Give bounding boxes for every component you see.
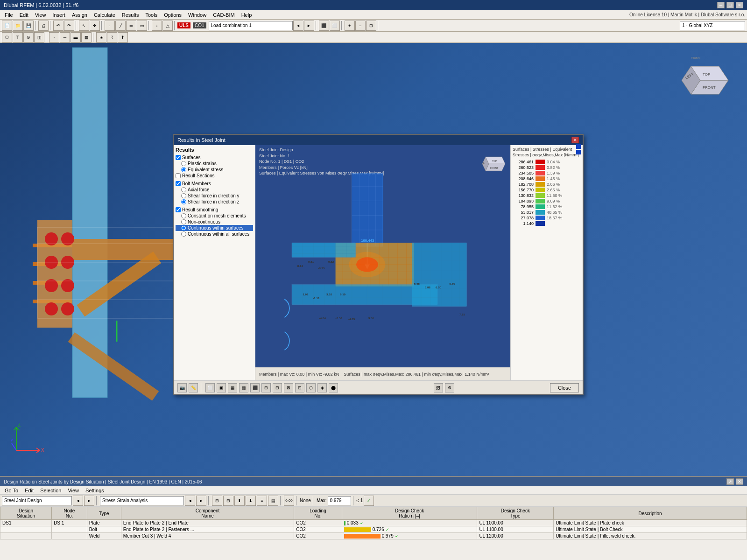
zoom-in-btn[interactable]: + (345, 21, 355, 31)
main-viewport[interactable]: X Z Y FRONT LEFT TOP Dlubal (0, 43, 747, 476)
load-button[interactable]: ↓ (152, 21, 162, 31)
minimize-button[interactable]: ─ (717, 2, 725, 8)
analysis-combo[interactable]: Stress-Strain Analysis (100, 496, 184, 505)
menu-results[interactable]: Results (119, 11, 142, 19)
tree-constant-mesh[interactable]: Constant on mesh elements (176, 213, 253, 219)
contour-btn[interactable]: ◈ (96, 32, 106, 42)
display-nodes-btn[interactable]: · (49, 32, 59, 42)
node-button[interactable]: · (105, 21, 115, 31)
display-lines-btn[interactable]: ─ (60, 32, 70, 42)
dl-7-btn[interactable]: ⊟ (273, 383, 282, 392)
bolt-members-checkbox[interactable] (176, 181, 181, 186)
analysis-prev-btn[interactable]: ◄ (185, 496, 195, 506)
tree-continuous-surfaces[interactable]: Continuous within surfaces (176, 225, 253, 231)
tree-continuous-all[interactable]: Continuous within all surfaces (176, 231, 253, 237)
save-button[interactable]: 💾 (23, 21, 34, 31)
dl-3-btn[interactable]: ▦ (228, 383, 237, 392)
menu-file[interactable]: File (2, 11, 16, 19)
import-btn[interactable]: ⬇ (246, 496, 256, 506)
dl-9-btn[interactable]: ⊡ (295, 383, 304, 392)
bottom-panel-float-btn[interactable]: ↗ (726, 478, 734, 485)
bottom-goto[interactable]: Go To (2, 487, 21, 494)
filter-btn[interactable]: ⊞ (212, 496, 222, 506)
support-button[interactable]: △ (162, 21, 173, 31)
equivalent-stress-radio[interactable] (181, 167, 186, 172)
iso-view-btn[interactable]: ⬡ (2, 32, 12, 42)
redo-button[interactable]: ↷ (64, 21, 74, 31)
menu-help[interactable]: Help (239, 11, 255, 19)
member-button[interactable]: ═ (126, 21, 136, 31)
tree-shear-z[interactable]: Shear force in direction z (176, 199, 253, 205)
tree-non-continuous[interactable]: Non-continuous (176, 219, 253, 225)
menu-view[interactable]: View (32, 11, 49, 19)
zoom-all-btn[interactable]: ⊡ (366, 21, 376, 31)
export-btn[interactable]: ⬆ (234, 496, 245, 506)
dialog-nav-cube[interactable]: FRONT L TOP (481, 150, 507, 175)
menu-calculate[interactable]: Calculate (91, 11, 118, 19)
dl-4-btn[interactable]: ▩ (239, 383, 248, 392)
bottom-prev-btn[interactable]: ◄ (73, 496, 83, 506)
menu-options[interactable]: Options (161, 11, 184, 19)
select-button[interactable]: ↖ (79, 21, 89, 31)
tree-result-smoothing[interactable]: Result smoothing (176, 207, 253, 213)
results-dialog-close-btn[interactable]: ✕ (571, 137, 579, 143)
dl-2-btn[interactable]: ▣ (217, 383, 226, 392)
menu-edit[interactable]: Edit (17, 11, 31, 19)
menu-tools[interactable]: Tools (142, 11, 160, 19)
filter2-btn[interactable]: ⊟ (223, 496, 233, 506)
move-button[interactable]: ✥ (90, 21, 100, 31)
surfaces-checkbox[interactable] (176, 155, 181, 160)
tree-bolt-members[interactable]: Bolt Members (176, 181, 253, 187)
deform-btn[interactable]: ⌇ (107, 32, 117, 42)
dl-1-btn[interactable]: ⬜ (205, 383, 215, 392)
line-button[interactable]: ╱ (115, 21, 126, 31)
photo-2-btn[interactable]: 🖼 (434, 383, 443, 392)
reactions-btn[interactable]: ⬆ (118, 32, 128, 42)
open-button[interactable]: 📁 (13, 21, 23, 31)
dl-12-btn[interactable]: ⬤ (329, 383, 338, 392)
menu-assign[interactable]: Assign (69, 11, 90, 19)
print-button[interactable]: 🖨 (38, 21, 49, 31)
bottom-settings[interactable]: Settings (83, 487, 107, 494)
menu-insert[interactable]: Insert (49, 11, 68, 19)
surface-button[interactable]: ▭ (137, 21, 147, 31)
next-combo-btn[interactable]: ► (304, 21, 314, 31)
menu-cad-bim[interactable]: CAD-BIM (210, 11, 237, 19)
constant-mesh-radio[interactable] (181, 213, 186, 218)
maximize-button[interactable]: □ (726, 2, 734, 8)
scale-check-btn[interactable]: ✓ (364, 496, 374, 506)
shear-y-radio[interactable] (181, 193, 186, 198)
display-surfaces-btn[interactable]: ▦ (81, 32, 92, 42)
bottom-panel-close-btn[interactable]: ✕ (736, 478, 743, 485)
result-smoothing-checkbox[interactable] (176, 207, 181, 212)
top-view-btn[interactable]: ⊤ (13, 32, 23, 42)
main-nav-cube[interactable]: FRONT LEFT TOP Dlubal (677, 52, 733, 108)
bottom-next-btn[interactable]: ► (84, 496, 94, 506)
side-view-btn[interactable]: ◫ (34, 32, 44, 42)
axial-force-radio[interactable] (181, 187, 186, 192)
undo-button[interactable]: ↶ (53, 21, 63, 31)
menu-window[interactable]: Window (185, 11, 209, 19)
group-btn[interactable]: ▤ (268, 496, 278, 506)
display-members-btn[interactable]: ▬ (70, 32, 81, 42)
bottom-selection[interactable]: Selection (37, 487, 64, 494)
dl-8-btn[interactable]: ⊠ (284, 383, 293, 392)
bottom-edit[interactable]: Edit (22, 487, 36, 494)
dl-11-btn[interactable]: ◈ (317, 383, 327, 392)
render-btn[interactable]: ⬛ (319, 21, 329, 31)
analysis-next-btn[interactable]: ► (196, 496, 206, 506)
close-button[interactable]: ✕ (736, 2, 743, 8)
tree-shear-y[interactable]: Shear force in direction y (176, 193, 253, 199)
measure-btn[interactable]: 📏 (189, 383, 198, 392)
dl-5-btn[interactable]: ⬛ (250, 383, 260, 392)
sort-btn[interactable]: ≡ (257, 496, 267, 506)
non-continuous-radio[interactable] (181, 219, 186, 224)
0-btn[interactable]: 0.00 (284, 496, 294, 506)
new-button[interactable]: 📄 (2, 21, 12, 31)
continuous-all-radio[interactable] (181, 231, 186, 237)
continuous-surfaces-radio[interactable] (181, 225, 186, 231)
load-combination-combo[interactable]: Load combination 1 (209, 21, 293, 30)
camera-btn[interactable]: 📷 (177, 383, 187, 392)
tree-equivalent-stress[interactable]: Equivalent stress (176, 167, 253, 173)
bottom-view[interactable]: View (65, 487, 82, 494)
